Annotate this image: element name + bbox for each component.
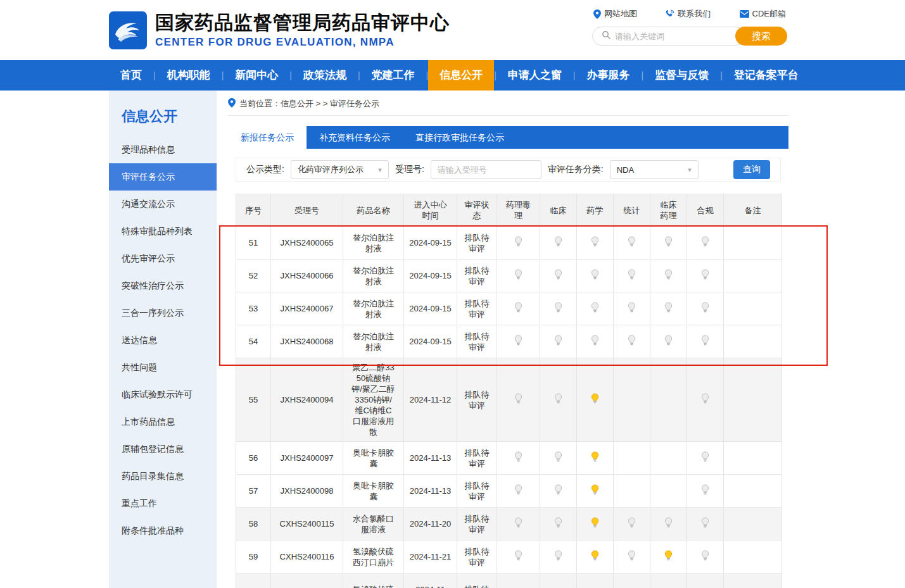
cell-remark — [724, 442, 782, 475]
bulb-icon-gray — [514, 517, 522, 528]
cell-drug-name: 替尔泊肽注射液 — [343, 292, 404, 325]
cell-drug-name: 奥吡卡朋胶囊 — [343, 475, 404, 508]
nav-item-applicant-window[interactable]: 申请人之窗 — [497, 60, 573, 91]
location-pin-icon — [593, 9, 601, 19]
cell-acceptance-no: JXHS2400067 — [271, 292, 343, 325]
cell-seq: 52 — [236, 260, 271, 292]
cell-status-indicator — [650, 260, 687, 292]
sidebar-item-delivery-info[interactable]: 送达信息 — [109, 327, 217, 354]
cell-status: 排队待审评 — [457, 358, 497, 442]
sidebar-item-priority-review[interactable]: 优先审评公示 — [109, 245, 217, 272]
publicity-type-select[interactable]: 化药审评序列公示 ▾ — [291, 160, 389, 179]
table-row: 51JXHS2400065替尔泊肽注射液2024-09-15排队待审评 — [236, 227, 782, 260]
bulb-icon-gray — [554, 269, 562, 280]
column-header: 药理毒理 — [497, 194, 540, 227]
cell-status-indicator — [687, 541, 724, 573]
nav-item-party-building[interactable]: 党建工作 — [360, 60, 426, 91]
bulb-icon-gray — [514, 550, 522, 561]
sidebar-items: 受理品种信息审评任务公示沟通交流公示特殊审批品种列表优先审评公示突破性治疗公示三… — [109, 136, 217, 544]
bulb-icon-gray — [628, 550, 636, 561]
nav-item-news-center[interactable]: 新闻中心 — [224, 60, 289, 91]
cell-status-indicator — [614, 508, 650, 541]
sidebar-item-conditional-approval[interactable]: 附条件批准品种 — [109, 517, 217, 544]
cell-status-indicator — [687, 508, 724, 541]
table-row: 55JXHS2400094聚乙二醇3350硫酸钠钾/聚乙二醇3350钠钾/维C钠… — [236, 358, 782, 442]
search-box[interactable] — [592, 27, 745, 46]
cell-status-indicator — [614, 358, 650, 442]
cell-acceptance-no: JXHS2400068 — [271, 325, 343, 358]
cell-acceptance-no: CXHS2400116 — [271, 541, 343, 573]
column-header: 备注 — [724, 194, 782, 227]
cell-seq: 55 — [236, 358, 271, 442]
sidebar-item-accepted-varieties[interactable]: 受理品种信息 — [109, 136, 217, 163]
sidebar-item-drug-catalog-info[interactable]: 药品目录集信息 — [109, 463, 217, 490]
bulb-icon-gray — [701, 335, 709, 346]
sidebar-item-marketed-drug-info[interactable]: 上市药品信息 — [109, 408, 217, 435]
cell-status-indicator — [540, 260, 577, 292]
cell-acceptance-no: JXHS2400097 — [271, 442, 343, 475]
bulb-icon-gray — [554, 236, 562, 247]
cell-drug-name: 奥吡卡朋胶囊 — [343, 442, 404, 475]
quick-links: 网站地图联系我们CDE邮箱 — [592, 8, 787, 20]
sitemap-link[interactable]: 网站地图 — [593, 8, 637, 20]
nav-item-organization[interactable]: 机构职能 — [156, 60, 222, 91]
cell-entry-date: 2024-11-12 — [404, 358, 457, 442]
bulb-icon-gray — [514, 302, 522, 313]
cell-status-indicator — [650, 442, 687, 475]
cell-entry-date: 2024-09-15 — [404, 325, 457, 358]
bulb-icon-gray — [664, 236, 673, 247]
cde-mail-link[interactable]: CDE邮箱 — [740, 8, 786, 20]
cell-status-indicator — [577, 227, 614, 260]
nav-item-policies[interactable]: 政策法规 — [292, 60, 358, 91]
nav-item-services[interactable]: 办事服务 — [575, 60, 641, 91]
site-subtitle: CENTER FOR DRUG EVALUATION, NMPA — [155, 36, 450, 49]
sidebar-item-excipient-registration[interactable]: 原辅包登记信息 — [109, 435, 217, 463]
bulb-icon-gray — [554, 550, 562, 561]
bulb-icon-gray — [701, 550, 709, 561]
query-button[interactable]: 查询 — [733, 160, 770, 179]
nav-item-info-disclosure[interactable]: 信息公开 — [428, 60, 494, 91]
cell-status: 排队待审评 — [457, 260, 497, 292]
sidebar-item-communication-exchange[interactable]: 沟通交流公示 — [109, 191, 217, 218]
sidebar-item-special-approval-list[interactable]: 特殊审批品种列表 — [109, 218, 217, 245]
bulb-icon-gray — [664, 302, 673, 313]
cell-status-indicator — [577, 541, 614, 573]
acceptance-number-input[interactable] — [431, 160, 541, 179]
search-input[interactable] — [615, 32, 736, 41]
sidebar-item-key-work[interactable]: 重点工作 — [109, 490, 217, 517]
main-nav: 首页|机构职能|新闻中心|政策法规|党建工作|信息公开|申请人之窗|办事服务|监… — [0, 60, 905, 91]
bulb-icon-gray — [554, 484, 562, 495]
header-right: 网站地图联系我们CDE邮箱 搜索 — [592, 8, 787, 46]
nav-item-supervision-feedback[interactable]: 监督与反馈 — [643, 60, 720, 91]
breadcrumb-text: 当前位置：信息公开 > > 审评任务公示 — [239, 98, 379, 109]
cell-entry-date: 2024-11-13 — [404, 442, 457, 475]
table-row: 58CXHS2400115水合氯醛口服溶液2024-11-20排队待审评 — [236, 508, 782, 541]
brand: 国家药品监督管理局药品审评中心 CENTER FOR DRUG EVALUATI… — [109, 11, 450, 49]
column-header: 合规 — [687, 194, 724, 227]
cell-status: 排队待审评 — [457, 475, 497, 508]
table-row: 59CXHS2400116氢溴酸伏硫西汀口崩片2024-11-21排队待审评 — [236, 541, 782, 573]
sidebar-item-review-task-publicity[interactable]: 审评任务公示 — [109, 163, 217, 191]
nav-item-registration-platform[interactable]: 登记备案平台 — [723, 60, 810, 91]
bulb-icon-gray — [554, 335, 562, 346]
search-button[interactable]: 搜索 — [735, 27, 787, 46]
tab-direct-admin-approval-tasks[interactable]: 直接行政审批任务公示 — [403, 126, 517, 149]
bulb-icon-gray — [701, 517, 709, 528]
tab-supplementary-tasks[interactable]: 补充资料任务公示 — [307, 126, 403, 149]
cell-status-indicator — [540, 292, 577, 325]
cell-status-indicator — [650, 573, 687, 588]
sidebar-item-clinical-trial-implied-license[interactable]: 临床试验默示许可 — [109, 381, 217, 408]
cell-status-indicator — [614, 325, 650, 358]
cell-entry-date: 2024-11-13 — [404, 475, 457, 508]
cell-status-indicator — [614, 260, 650, 292]
sidebar-item-breakthrough-therapy[interactable]: 突破性治疗公示 — [109, 272, 217, 299]
content: 信息公开 受理品种信息审评任务公示沟通交流公示特殊审批品种列表优先审评公示突破性… — [0, 91, 905, 588]
sidebar-item-common-issues[interactable]: 共性问题 — [109, 354, 217, 381]
sidebar-item-three-in-one-sequence[interactable]: 三合一序列公示 — [109, 299, 217, 327]
nav-item-home[interactable]: 首页 — [109, 60, 153, 91]
contact-us-link[interactable]: 联系我们 — [666, 8, 711, 20]
task-category-select[interactable]: NDA ▾ — [610, 160, 699, 179]
cell-status-indicator — [497, 358, 540, 442]
tab-new-report-tasks[interactable]: 新报任务公示 — [228, 126, 307, 149]
cell-drug-name: 替尔泊肽注射液 — [343, 260, 404, 292]
